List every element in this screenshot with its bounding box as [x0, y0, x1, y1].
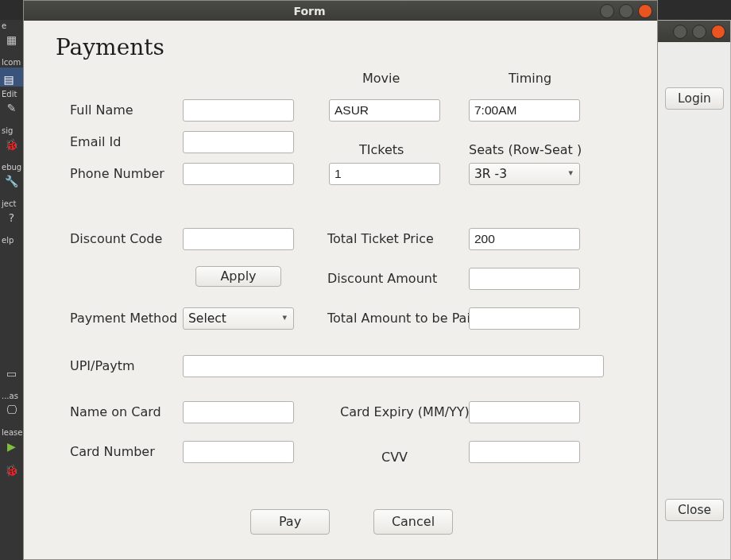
- bug-icon[interactable]: 🐞: [5, 137, 19, 152]
- phone-input[interactable]: [183, 163, 294, 185]
- launcher-stub[interactable]: lcom: [0, 56, 23, 68]
- launcher-stub-selected[interactable]: ▤: [0, 68, 23, 87]
- launcher-stub[interactable]: lease: [0, 425, 23, 438]
- help-icon[interactable]: ?: [5, 210, 19, 225]
- timing-input[interactable]: [469, 99, 580, 122]
- label-cvv: CVV: [381, 450, 408, 465]
- total-amount-input[interactable]: [469, 307, 580, 330]
- label-card-number: Card Number: [70, 444, 155, 460]
- page-title: Payments: [56, 34, 164, 60]
- label-name-on-card: Name on Card: [70, 404, 161, 420]
- pay-button[interactable]: Pay: [250, 509, 330, 535]
- apply-button[interactable]: Apply: [195, 266, 281, 287]
- seats-value: 3R -3: [474, 167, 507, 181]
- launcher-stub[interactable]: ...as: [0, 388, 23, 401]
- cvv-input[interactable]: [469, 441, 580, 463]
- monitor-icon[interactable]: 🖵: [5, 403, 19, 417]
- label-upi: UPI/Paytm: [70, 358, 135, 374]
- launcher-stub[interactable]: sig: [0, 123, 23, 136]
- bug2-icon[interactable]: 🐞: [5, 463, 19, 477]
- close-icon[interactable]: [711, 25, 725, 39]
- window-title: Form: [24, 5, 595, 17]
- pencil-icon[interactable]: ✎: [5, 101, 19, 115]
- label-payment-method: Payment Method: [70, 311, 177, 326]
- grid-icon[interactable]: ▦: [5, 33, 19, 47]
- upi-input[interactable]: [183, 355, 604, 377]
- cancel-button[interactable]: Cancel: [373, 509, 453, 535]
- maximize-icon[interactable]: [619, 4, 633, 18]
- launcher-stub[interactable]: e: [0, 20, 23, 31]
- login-button[interactable]: Login: [665, 87, 724, 110]
- label-total-ticket-price: Total Ticket Price: [327, 231, 434, 247]
- label-full-name: Full Name: [70, 102, 133, 118]
- label-total-amount: Total Amount to be Paid: [327, 311, 478, 326]
- launcher: e ▦ lcom ▤ Edit ✎ sig 🐞 ebug 🔧 ject ? el…: [0, 20, 23, 560]
- window-icon[interactable]: ▭: [5, 366, 19, 380]
- launcher-stub[interactable]: ebug: [0, 160, 23, 172]
- close-button[interactable]: Close: [665, 499, 724, 521]
- discount-amount-input[interactable]: [469, 268, 580, 290]
- wrench-icon[interactable]: 🔧: [5, 174, 19, 188]
- movie-input[interactable]: [329, 99, 440, 122]
- close-icon[interactable]: [638, 4, 652, 18]
- total-ticket-price-input[interactable]: [469, 228, 580, 250]
- label-card-expiry: Card Expiry (MM/YY): [340, 404, 470, 420]
- maximize-icon[interactable]: [692, 25, 706, 39]
- full-name-input[interactable]: [183, 99, 294, 122]
- dialog-titlebar: Form: [24, 1, 657, 21]
- minimize-icon[interactable]: [673, 25, 687, 39]
- payment-method-value: Select: [188, 311, 226, 326]
- label-phone: Phone Number: [70, 166, 164, 182]
- label-discount-amount: Discount Amount: [327, 271, 437, 287]
- email-input[interactable]: [183, 131, 294, 153]
- label-movie: Movie: [362, 71, 400, 87]
- label-discount-code: Discount Code: [70, 231, 162, 247]
- play-icon[interactable]: ▶: [5, 439, 19, 454]
- launcher-stub[interactable]: ject: [0, 196, 23, 209]
- seats-select[interactable]: 3R -3: [469, 163, 580, 185]
- launcher-stub[interactable]: Edit: [0, 87, 23, 99]
- payment-method-select[interactable]: Select: [183, 307, 294, 330]
- label-timing: Timing: [509, 71, 551, 87]
- label-tickets: TIckets: [359, 142, 404, 158]
- name-on-card-input[interactable]: [183, 401, 294, 423]
- card-expiry-input[interactable]: [469, 401, 580, 423]
- label-seats: Seats (Row-Seat ): [469, 142, 582, 158]
- payments-dialog: Form Payments Full Name Email Id Phone N…: [23, 0, 658, 560]
- card-number-input[interactable]: [183, 441, 294, 463]
- label-email: Email Id: [70, 134, 121, 150]
- discount-code-input[interactable]: [183, 228, 294, 250]
- doc-icon: ▤: [2, 72, 16, 87]
- tickets-input[interactable]: [329, 163, 440, 185]
- minimize-icon[interactable]: [600, 4, 614, 18]
- launcher-stub[interactable]: elp: [0, 233, 23, 245]
